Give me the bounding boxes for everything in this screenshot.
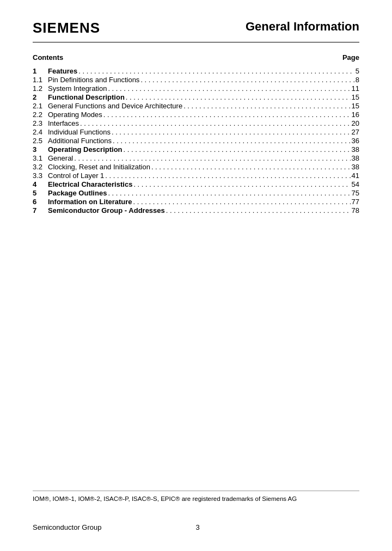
toc-content: System Integration . . . . . . . . . . .…: [48, 84, 359, 93]
toc-number: 1: [33, 67, 48, 75]
toc-number: 2: [33, 93, 48, 101]
toc-dots: . . . . . . . . . . . . . . . . . . . . …: [166, 206, 351, 215]
toc-content: General Functions and Device Architectur…: [48, 102, 359, 110]
toc-row: 7Semiconductor Group - Addresses . . . .…: [33, 206, 359, 215]
toc-page: 54: [352, 180, 359, 188]
toc-dots: . . . . . . . . . . . . . . . . . . . . …: [112, 128, 351, 136]
toc-dots: . . . . . . . . . . . . . . . . . . . . …: [126, 93, 351, 101]
toc-row: 1.1Pin Definitions and Functions . . . .…: [33, 76, 359, 84]
contents-label: Contents: [33, 53, 63, 62]
toc-dots: . . . . . . . . . . . . . . . . . . . . …: [113, 137, 350, 145]
toc-dots: . . . . . . . . . . . . . . . . . . . . …: [105, 172, 350, 180]
page: SIEMENS General Information Contents Pag…: [0, 0, 392, 551]
toc-number: 1.1: [33, 76, 48, 84]
toc-row: 2.4Individual Functions . . . . . . . . …: [33, 128, 359, 136]
toc-title: Additional Functions: [48, 137, 112, 145]
toc-title: Operating Description: [48, 145, 122, 154]
header-divider: [33, 42, 359, 42]
toc-page: 38: [352, 145, 359, 154]
toc-title: Package Outlines: [48, 189, 107, 197]
toc-content: Operating Description . . . . . . . . . …: [48, 145, 359, 154]
toc-title: Electrical Characteristics: [48, 180, 132, 188]
toc-page: 38: [352, 163, 359, 171]
toc-title: Control of Layer 1: [48, 172, 104, 180]
page-title: General Information: [246, 20, 359, 34]
toc-row: 2.5Additional Functions . . . . . . . . …: [33, 137, 359, 145]
toc-dots: . . . . . . . . . . . . . . . . . . . . …: [140, 76, 354, 84]
toc-number: 2.1: [33, 102, 48, 110]
toc-title: Pin Definitions and Functions: [48, 76, 139, 84]
toc-title: Information on Literature: [48, 198, 132, 206]
toc-row: 3.1General . . . . . . . . . . . . . . .…: [33, 154, 359, 162]
header: SIEMENS General Information: [33, 20, 359, 36]
toc-page: 27: [352, 128, 359, 136]
page-label: Page: [342, 53, 359, 62]
toc-page: 15: [352, 93, 359, 101]
toc-number: 2.2: [33, 111, 48, 119]
toc-row: 2Functional Description . . . . . . . . …: [33, 93, 359, 101]
toc-number: 5: [33, 189, 48, 197]
toc-content: Additional Functions . . . . . . . . . .…: [48, 137, 359, 145]
semiconductor-group-label: Semiconductor Group: [33, 523, 101, 531]
toc-content: Individual Functions . . . . . . . . . .…: [48, 128, 359, 136]
toc-row: 1.2System Integration . . . . . . . . . …: [33, 84, 359, 93]
toc-dots: . . . . . . . . . . . . . . . . . . . . …: [78, 67, 354, 75]
toc-content: Operating Modes . . . . . . . . . . . . …: [48, 111, 359, 119]
toc-title: System Integration: [48, 84, 107, 93]
toc-content: Clocking, Reset and Initialization . . .…: [48, 163, 359, 171]
toc-number: 2.3: [33, 119, 48, 127]
toc-page: 5: [356, 67, 359, 75]
toc-title: Features: [48, 67, 77, 75]
toc-dots: . . . . . . . . . . . . . . . . . . . . …: [133, 180, 350, 188]
toc-title: Interfaces: [48, 119, 79, 127]
toc-page: 20: [352, 119, 359, 127]
toc-list: 1Features . . . . . . . . . . . . . . . …: [33, 67, 359, 215]
toc-page: 15: [352, 102, 359, 110]
toc-number: 3: [33, 145, 48, 154]
toc-row: 1Features . . . . . . . . . . . . . . . …: [33, 67, 359, 75]
toc-number: 3.3: [33, 172, 48, 180]
toc-number: 4: [33, 180, 48, 188]
toc-number: 2.5: [33, 137, 48, 145]
toc-row: 2.3Interfaces . . . . . . . . . . . . . …: [33, 119, 359, 127]
toc-page: 8: [356, 76, 359, 84]
toc-row: 3.3Control of Layer 1 . . . . . . . . . …: [33, 172, 359, 180]
toc-dots: . . . . . . . . . . . . . . . . . . . . …: [183, 102, 350, 110]
contents-header: Contents Page: [33, 53, 359, 62]
toc-content: Information on Literature . . . . . . . …: [48, 198, 359, 206]
toc-content: General . . . . . . . . . . . . . . . . …: [48, 154, 359, 162]
toc-page: 11: [352, 84, 359, 93]
toc-content: Interfaces . . . . . . . . . . . . . . .…: [48, 119, 359, 127]
toc-content: Pin Definitions and Functions . . . . . …: [48, 76, 359, 84]
toc-content: Features . . . . . . . . . . . . . . . .…: [48, 67, 359, 75]
toc-dots: . . . . . . . . . . . . . . . . . . . . …: [108, 189, 350, 197]
toc-row: 2.1General Functions and Device Architec…: [33, 102, 359, 110]
toc-number: 2.4: [33, 128, 48, 136]
toc-number: 3.2: [33, 163, 48, 171]
toc-title: Operating Modes: [48, 111, 102, 119]
toc-number: 7: [33, 206, 48, 215]
footer-bottom: Semiconductor Group 3: [33, 523, 359, 531]
siemens-logo: SIEMENS: [33, 20, 100, 36]
toc-dots: . . . . . . . . . . . . . . . . . . . . …: [133, 198, 351, 206]
toc-dots: . . . . . . . . . . . . . . . . . . . . …: [151, 163, 351, 171]
toc-row: 6Information on Literature . . . . . . .…: [33, 198, 359, 206]
toc-row: 5Package Outlines . . . . . . . . . . . …: [33, 189, 359, 197]
toc-title: General: [48, 154, 73, 162]
toc-dots: . . . . . . . . . . . . . . . . . . . . …: [80, 119, 350, 127]
toc-number: 1.2: [33, 84, 48, 93]
toc-title: Clocking, Reset and Initialization: [48, 163, 150, 171]
toc-page: 77: [352, 198, 359, 206]
toc-title: Semiconductor Group - Addresses: [48, 206, 165, 215]
toc-content: Semiconductor Group - Addresses . . . . …: [48, 206, 359, 215]
toc-number: 3.1: [33, 154, 48, 162]
footer-page-number: 3: [101, 523, 294, 531]
toc-number: 6: [33, 198, 48, 206]
toc-dots: . . . . . . . . . . . . . . . . . . . . …: [124, 145, 351, 154]
trademark-text: IOM®, IOM®-1, IOM®-2, ISAC®-P, ISAC®-S, …: [33, 491, 359, 502]
toc-page: 75: [352, 189, 359, 197]
toc-row: 4Electrical Characteristics . . . . . . …: [33, 180, 359, 188]
toc-title: General Functions and Device Architectur…: [48, 102, 182, 110]
toc-row: 2.2Operating Modes . . . . . . . . . . .…: [33, 111, 359, 119]
toc-page: 36: [352, 137, 359, 145]
